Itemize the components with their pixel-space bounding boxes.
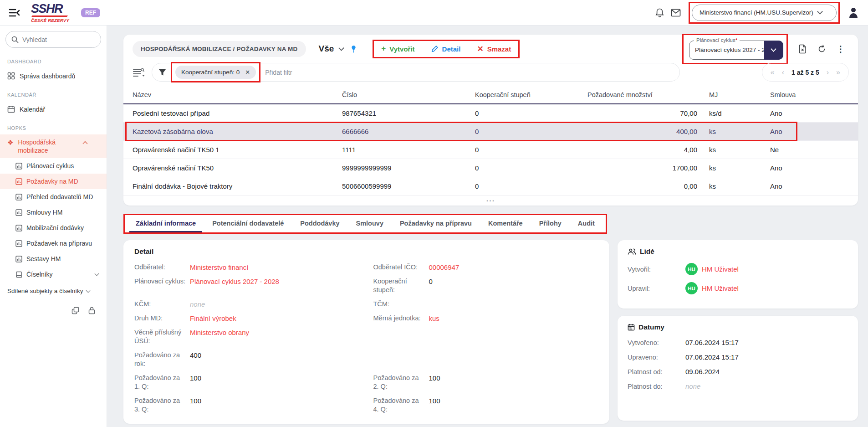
notifications-bell-icon[interactable] <box>651 5 668 21</box>
column-header-mj[interactable]: MJ <box>709 91 770 98</box>
messages-envelope-icon[interactable] <box>668 5 684 21</box>
cell-number: 987654321 <box>342 109 475 117</box>
table-settings-icon[interactable] <box>133 68 145 77</box>
delete-button-label: Smazat <box>487 45 511 53</box>
field-label: TČM: <box>373 300 429 309</box>
updated-date-row: Upraveno: 07.06.2024 15:17 <box>628 353 848 368</box>
refresh-icon[interactable] <box>813 41 830 57</box>
sidebar-item-smlouvy-hm[interactable]: Smlouvy HM <box>0 205 107 220</box>
planning-cycle-select-chevron-button[interactable] <box>764 41 783 60</box>
user-avatar-initials: HU <box>685 263 698 275</box>
tab-poddodavky[interactable]: Poddodávky <box>294 215 346 232</box>
table-row[interactable]: Opravárenské načiní TK50 9999999999999 0… <box>123 159 858 177</box>
tab-audit[interactable]: Audit <box>572 215 601 232</box>
field-label: Požadováno za 1. Q: <box>134 374 190 391</box>
column-header-smlouva[interactable]: Smlouva <box>770 91 849 98</box>
export-excel-icon[interactable] <box>794 41 811 57</box>
table-row[interactable]: Poslední testovací případ 987654321 0 70… <box>123 104 858 123</box>
sidebar-item-sdilene-subjekty[interactable]: Sdílené subjekty a číselníky <box>0 282 107 299</box>
sidebar-collapse-icon[interactable] <box>7 6 21 20</box>
column-header-kooperacni-stupen[interactable]: Kooperační stupeň <box>475 91 587 98</box>
updated-by-row: Upravil: HU HM Uživatel <box>628 282 848 301</box>
field-label: Požadováno za rok: <box>134 351 190 368</box>
sidebar-item-planovaci-cyklus[interactable]: Plánovací cyklus <box>0 158 107 174</box>
add-filter-input[interactable] <box>265 69 673 76</box>
tab-prilohy[interactable]: Přílohy <box>533 215 568 232</box>
logo-title: SSHR <box>31 3 75 17</box>
field-value-link[interactable]: 00006947 <box>429 263 460 272</box>
pagination-last-icon[interactable]: » <box>836 68 840 77</box>
table-row[interactable]: Opravárenské načiní TK50 1 1111 0 4,00 k… <box>123 141 858 159</box>
sidebar-item-hospodarska-mobilizace[interactable]: ❖ Hospodářská mobilizace <box>0 134 107 158</box>
tab-komentare[interactable]: Komentáře <box>482 215 529 232</box>
pagination-next-icon[interactable]: › <box>827 68 829 77</box>
filter-row: Kooperační stupeň: 0 ✕ « ‹ 1 až 5 z 5 › … <box>123 63 858 86</box>
created-by-user-link[interactable]: HM Uživatel <box>702 265 739 273</box>
annotation-box-action-buttons: + Vytvořit Detail ✕ Smazat <box>373 40 520 58</box>
field-label: Věcně příslušný ÚSÚ: <box>134 328 190 345</box>
search-input[interactable] <box>22 36 86 43</box>
pagination-prev-icon[interactable]: ‹ <box>782 68 784 77</box>
column-header-pozadovane-mnozstvi[interactable]: Požadované množství <box>587 91 709 98</box>
filter-chip[interactable]: Kooperační stupeň: 0 ✕ <box>175 66 256 79</box>
copy-icon[interactable] <box>70 305 80 315</box>
field-value-link[interactable]: Ministerstvo financí <box>190 263 248 272</box>
calendar-icon <box>628 324 635 331</box>
column-header-nazev[interactable]: Název <box>133 91 342 98</box>
field-label: Měrná jednotka: <box>373 314 429 323</box>
dates-card-title-row: Datumy <box>628 323 848 331</box>
sidebar-item-pozadavky-na-md[interactable]: Požadavky na MD <box>0 174 107 189</box>
field-planovaci-cyklus: Plánovací cyklus: Plánovací cyklus 2027 … <box>134 277 360 300</box>
funnel-icon[interactable] <box>158 69 166 76</box>
sidebar-search[interactable] <box>5 31 101 48</box>
detail-button-label: Detail <box>442 45 461 53</box>
table-expander[interactable]: ... <box>123 195 858 206</box>
sidebar-item-ciselniky[interactable]: Číselníky <box>0 267 107 282</box>
sidebar-item-label: Požadavek na přípravu <box>26 240 92 247</box>
grid-card: HOSPODÁŘSKÁ MOBILIZACE / POŽADAVKY NA MD… <box>123 35 858 206</box>
sidebar-item-sestavy-hm[interactable]: Sestavy HM <box>0 251 107 267</box>
field-value-link[interactable]: Finální výrobek <box>190 314 236 323</box>
pin-icon[interactable] <box>345 41 362 57</box>
pagination-first-icon[interactable]: « <box>771 68 775 77</box>
field-value-link[interactable]: Ministerstvo obrany <box>190 328 249 337</box>
field-value-link[interactable]: Plánovací cyklus 2027 - 2028 <box>190 277 279 286</box>
lock-icon[interactable] <box>87 305 97 315</box>
delete-button[interactable]: ✕ Smazat <box>477 44 511 54</box>
sidebar-item-label: Sdílené subjekty a číselníky <box>7 288 83 294</box>
calendar-icon <box>7 105 15 113</box>
table-row[interactable]: Finální dodávka - Bojové traktory 500660… <box>123 177 858 195</box>
sidebar-item-label: Mobilizační dodávky <box>26 224 84 232</box>
sidebar-item-pozadavek-na-pripravu[interactable]: Požadavek na přípravu <box>0 236 107 251</box>
updated-by-user-link[interactable]: HM Uživatel <box>702 284 739 292</box>
tab-zakladni-informace[interactable]: Základní informace <box>129 215 202 232</box>
sidebar-item-label: Přehled dodavatelů MD <box>26 193 93 201</box>
user-avatar-icon[interactable] <box>845 5 862 21</box>
create-button[interactable]: + Vytvořit <box>381 44 414 53</box>
tab-smlouvy[interactable]: Smlouvy <box>350 215 390 232</box>
field-value-link[interactable]: kus <box>429 314 439 323</box>
column-header-cislo[interactable]: Číslo <box>342 91 475 98</box>
sidebar-item-mobilizacni-dodavky[interactable]: Mobilizační dodávky <box>0 220 107 236</box>
sidebar-item-prehled-dodavatelu-md[interactable]: Přehled dodavatelů MD <box>0 189 107 205</box>
view-filter-select[interactable]: Vše <box>319 44 344 54</box>
field-value: 100 <box>190 396 201 405</box>
detail-button[interactable]: Detail <box>431 45 461 53</box>
field-odberatel: Odběratel: Ministerstvo financí <box>134 263 360 277</box>
table-row-selected[interactable]: Kazetová zásobárna olova 6666666 0 400,0… <box>123 123 858 141</box>
chevron-down-icon <box>95 272 99 276</box>
sidebar-item-kalendar[interactable]: Kalendář <box>0 101 107 117</box>
sidebar-item-sprava-dashboardu[interactable]: Správa dashboardů <box>0 68 107 84</box>
search-icon <box>11 36 19 43</box>
created-by-row: Vytvořil: HU HM Uživatel <box>628 263 848 282</box>
tab-potencialni-dodavatele[interactable]: Potenciální dodavatelé <box>206 215 290 232</box>
chip-close-icon[interactable]: ✕ <box>245 69 250 76</box>
planning-cycle-select[interactable]: Plánovací cyklus* Plánovací cyklus 2027 … <box>689 41 783 60</box>
organization-select[interactable]: Ministerstvo financí (HM.USU.Supervizor) <box>692 5 837 21</box>
cell-contract: Ano <box>770 164 849 172</box>
people-icon <box>628 248 636 255</box>
app-logo: SSHR ČESKÉ REZERVY <box>31 3 75 23</box>
kebab-menu-icon[interactable]: ⋮ <box>832 41 849 57</box>
breadcrumb: HOSPODÁŘSKÁ MOBILIZACE / POŽADAVKY NA MD <box>133 41 306 57</box>
tab-pozadavky-na-pripravu[interactable]: Požadavky na přípravu <box>393 215 478 232</box>
